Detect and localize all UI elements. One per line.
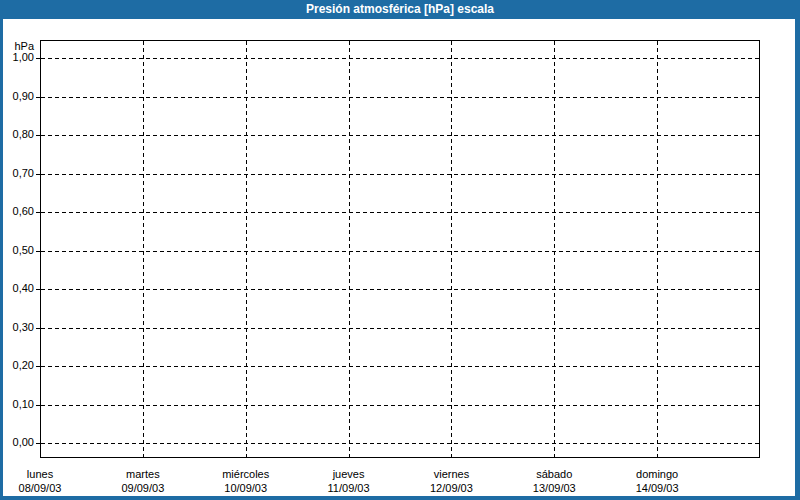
y-axis-tick bbox=[36, 251, 40, 252]
y-axis-tick bbox=[36, 174, 40, 175]
h-gridline bbox=[41, 405, 759, 406]
x-day-label: domingo14/09/03 bbox=[597, 467, 717, 495]
h-gridline bbox=[41, 58, 759, 59]
v-gridline bbox=[143, 41, 144, 457]
y-axis-tick bbox=[36, 289, 40, 290]
h-gridline bbox=[41, 289, 759, 290]
y-tick-label: 0,20 bbox=[0, 359, 34, 372]
y-axis-tick bbox=[36, 135, 40, 136]
h-gridline bbox=[41, 443, 759, 444]
h-gridline bbox=[41, 328, 759, 329]
y-axis-tick bbox=[36, 328, 40, 329]
app-window: Presión atmosférica [hPa] escala hPa 1,0… bbox=[0, 0, 800, 500]
y-axis-tick bbox=[36, 443, 40, 444]
window-title: Presión atmosférica [hPa] escala bbox=[306, 2, 494, 16]
y-tick-label: 0,50 bbox=[0, 244, 34, 257]
h-gridline bbox=[41, 174, 759, 175]
y-tick-label: 0,40 bbox=[0, 282, 34, 295]
y-tick-label: 0,30 bbox=[0, 321, 34, 334]
h-gridline bbox=[41, 366, 759, 367]
h-gridline bbox=[41, 212, 759, 213]
y-tick-label: 0,10 bbox=[0, 398, 34, 411]
title-bar: Presión atmosférica [hPa] escala bbox=[0, 0, 800, 19]
h-gridline bbox=[41, 135, 759, 136]
y-axis-tick bbox=[36, 405, 40, 406]
window-border-right bbox=[795, 19, 800, 500]
y-tick-label: 0,70 bbox=[0, 167, 34, 180]
day-name: domingo bbox=[597, 467, 717, 481]
y-axis-tick bbox=[36, 212, 40, 213]
y-axis-tick bbox=[36, 97, 40, 98]
y-tick-label: 0,60 bbox=[0, 205, 34, 218]
y-tick-label: 1,00 bbox=[0, 51, 34, 64]
v-gridline bbox=[246, 41, 247, 457]
y-axis-tick bbox=[36, 58, 40, 59]
v-gridline bbox=[554, 41, 555, 457]
v-gridline bbox=[657, 41, 658, 457]
window-border-bottom bbox=[0, 496, 800, 500]
v-gridline bbox=[451, 41, 452, 457]
y-tick-label: 0,00 bbox=[0, 436, 34, 449]
h-gridline bbox=[41, 251, 759, 252]
y-tick-label: 0,80 bbox=[0, 128, 34, 141]
y-tick-label: 0,90 bbox=[0, 90, 34, 103]
v-gridline bbox=[349, 41, 350, 457]
h-gridline bbox=[41, 97, 759, 98]
day-date: 14/09/03 bbox=[597, 481, 717, 495]
plot-area bbox=[40, 40, 760, 458]
y-axis-tick bbox=[36, 366, 40, 367]
